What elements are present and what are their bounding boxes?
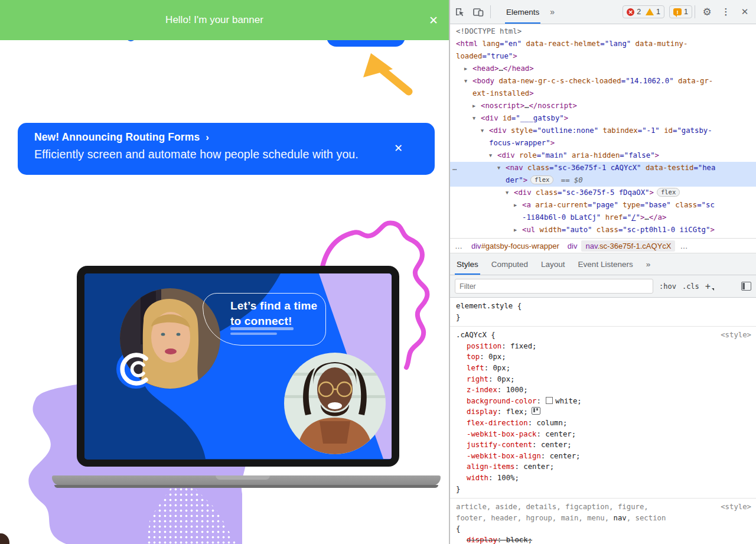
toggle-classes-button[interactable]: .cls (682, 282, 699, 291)
property-name: display (467, 536, 497, 544)
dom-tree-row[interactable]: loaded="true"> (450, 50, 756, 63)
dom-tree-row[interactable]: ▼<div role="main" aria-hidden="false"> (450, 149, 756, 162)
color-swatch[interactable] (546, 397, 553, 404)
promo-close-icon[interactable]: ✕ (394, 142, 403, 155)
dom-tree-row[interactable]: -1i84b6l-0 bLatCj" href="/">…</a> (450, 211, 756, 224)
css-property-line[interactable]: align-items: center; (456, 461, 751, 473)
css-property-line[interactable]: z-index: 1000; (456, 385, 751, 396)
dom-tree-row[interactable]: focus-wrapper"> (450, 137, 756, 149)
inspect-element-icon[interactable] (454, 6, 465, 17)
tab-styles[interactable]: Styles (450, 253, 485, 275)
flex-badge[interactable]: flex (530, 175, 553, 184)
kebab-menu-icon[interactable]: ⋮ (721, 6, 731, 17)
issues-badge[interactable]: ! 1 (669, 5, 692, 18)
code-segment: data-mutiny- (631, 40, 687, 48)
code-segment: ="sc-36e75f-1 cAQYcX" (549, 164, 641, 172)
promo-banner[interactable]: New! Announcing Routing Forms› Efficient… (18, 123, 435, 175)
dom-tree-row[interactable]: …▼<nav class="sc-36e75f-1 cAQYcX" data-t… (450, 162, 756, 174)
tab-label: Layout (541, 260, 565, 269)
expand-arrow-icon[interactable]: ▶ (514, 199, 522, 211)
more-tabs-icon[interactable]: » (545, 7, 559, 17)
rule-selector-line[interactable]: article, aside, details, figcaption, fig… (456, 501, 751, 513)
expand-arrow-icon[interactable]: ▼ (506, 187, 514, 199)
expand-arrow-icon[interactable]: ▼ (497, 162, 506, 174)
code-segment: lang (478, 40, 500, 48)
sidebar-toggle-icon[interactable] (741, 282, 751, 291)
dom-tree-row[interactable]: <html lang="en" data-react-helmet="lang"… (450, 38, 756, 50)
css-property-line[interactable]: display: block; (456, 535, 751, 544)
breadcrumb-item[interactable]: div (563, 240, 582, 252)
dom-tree-row[interactable]: ▶<noscript>…</noscript> (450, 100, 756, 112)
console-errors-badge[interactable]: ✕ 2 1 (623, 5, 664, 18)
stylesheet-source-link[interactable]: <style> (721, 330, 751, 341)
crumb-overflow-dots[interactable]: … (675, 242, 692, 250)
dom-tree-row[interactable]: der">flex == $0 (450, 174, 756, 187)
expand-arrow-icon[interactable]: ▼ (464, 75, 472, 87)
settings-gear-icon[interactable]: ⚙ (702, 6, 712, 17)
dom-tree-row[interactable]: ▼<div class="sc-36e75f-5 fDqaOX">flex (450, 187, 756, 199)
code-segment: ="sc (697, 201, 715, 209)
dom-tree-row[interactable]: ▼<div style="outline:none" tabindex="-1"… (450, 125, 756, 137)
css-property-line[interactable]: background-color: white; (456, 396, 751, 407)
styles-pane-tabs: StylesComputedLayoutEvent Listeners» (450, 253, 756, 275)
code-segment: <head> (472, 64, 498, 73)
new-style-rule-button[interactable]: + (705, 281, 711, 292)
tab-computed[interactable]: Computed (485, 253, 535, 275)
rule-selector-line[interactable]: .cAQYcX { (456, 330, 751, 341)
code-segment: <html (456, 40, 478, 48)
toggle-hover-state-button[interactable]: :hov (659, 282, 676, 291)
css-property-line[interactable]: -webkit-box-pack: center; (456, 429, 751, 440)
expand-arrow-icon[interactable]: ▶ (514, 224, 522, 236)
dom-tree-row[interactable]: <!DOCTYPE html> (450, 25, 756, 38)
expand-arrow-icon[interactable]: ▶ (464, 63, 472, 75)
banner-close-icon[interactable]: ✕ (429, 0, 438, 40)
property-name: top (467, 353, 480, 361)
css-property-line[interactable]: display: flex; (456, 406, 751, 418)
expand-arrow-icon[interactable]: ▼ (472, 112, 481, 125)
styles-filter-input[interactable] (455, 279, 653, 294)
css-property-line[interactable]: left: 0px; (456, 363, 751, 374)
breadcrumb-item[interactable]: div#gatsby-focus-wrapper (467, 240, 563, 252)
rule-selector-line[interactable]: element.style { (456, 301, 751, 312)
dom-tree-row[interactable]: ▼<div id="___gatsby"> (450, 112, 756, 125)
dom-tree-row[interactable]: ext-installed> (450, 87, 756, 100)
code-segment: -1i84b6l-0 bLatCj" (522, 213, 601, 221)
dom-tree-row[interactable]: ▶<a aria-current="page" type="base" clas… (450, 199, 756, 211)
expand-arrow-icon[interactable]: ▼ (481, 125, 489, 137)
code-segment: id (498, 114, 511, 122)
dollar-zero-ref: $0 (574, 176, 583, 184)
flex-editor-icon[interactable] (532, 407, 540, 415)
row-overflow-dots[interactable]: … (452, 162, 457, 174)
dom-tree-row[interactable]: ▶<head>…</head> (450, 63, 756, 75)
colon: : (484, 364, 493, 372)
dom-tree-row[interactable]: ▼<body data-new-gr-c-s-check-loaded="14.… (450, 75, 756, 87)
code-segment: … (498, 64, 503, 73)
css-rule: <style>article, aside, details, figcapti… (450, 499, 756, 544)
css-property-line[interactable]: top: 0px; (456, 351, 751, 363)
tab-event-listeners[interactable]: Event Listeners (572, 253, 640, 275)
rule-selector-line[interactable]: { (456, 523, 751, 535)
expand-arrow-icon[interactable]: ▶ (472, 100, 481, 112)
dom-tree-row[interactable]: ▶<ul width="auto" class="sc-pt0hl1-0 iiC… (450, 224, 756, 236)
breadcrumb-item[interactable]: nav.sc-36e75f-1.cAQYcX (581, 240, 675, 252)
tab-elements[interactable]: Elements (500, 0, 545, 24)
css-property-line[interactable]: flex-direction: column; (456, 418, 751, 429)
property-name: width (467, 474, 488, 482)
property-name: z-index (467, 386, 497, 394)
expand-arrow-icon[interactable]: ▼ (489, 149, 497, 162)
flex-badge[interactable]: flex (657, 188, 680, 197)
rule-selector-line[interactable]: footer, header, hgroup, main, menu, nav,… (456, 513, 751, 524)
property-value: center; (541, 441, 572, 449)
tab--[interactable]: » (640, 253, 657, 275)
device-toolbar-icon[interactable] (473, 6, 484, 17)
css-property-line[interactable]: right: 0px; (456, 374, 751, 385)
css-property-line[interactable]: justify-content: center; (456, 439, 751, 451)
devtools-panel: Elements » ✕ 2 1 ! 1 ⚙ ⋮ ✕ <!DOCTYPE htm… (449, 0, 756, 544)
close-devtools-icon[interactable]: ✕ (739, 6, 750, 17)
stylesheet-source-link[interactable]: <style> (721, 501, 751, 513)
crumb-overflow-dots[interactable]: … (450, 242, 467, 250)
css-property-line[interactable]: position: fixed; (456, 341, 751, 352)
css-property-line[interactable]: width: 100%; (456, 473, 751, 484)
tab-layout[interactable]: Layout (535, 253, 572, 275)
css-property-line[interactable]: -webkit-box-align: center; (456, 451, 751, 462)
